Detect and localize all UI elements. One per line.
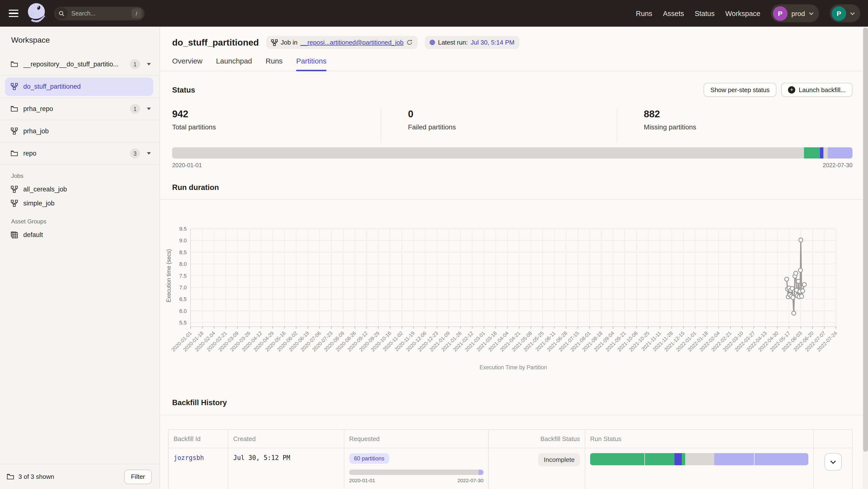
- stat-value: 0: [408, 108, 617, 120]
- page-header: do_stuff_partitioned Job in __reposi...a…: [160, 27, 868, 49]
- backfill-id-link[interactable]: jozrgsbh: [174, 454, 204, 461]
- show-per-step-status-button[interactable]: Show per-step status: [704, 83, 776, 97]
- dagster-logo-icon[interactable]: [26, 2, 48, 25]
- asset-group-icon: [11, 231, 18, 238]
- sidebar-item-default-group[interactable]: default: [0, 228, 159, 242]
- menu-button[interactable]: [9, 10, 19, 17]
- launch-backfill-button[interactable]: + Launch backfill...: [781, 83, 852, 97]
- stat-label: Failed partitions: [408, 123, 617, 131]
- svg-text:6.0: 6.0: [179, 308, 187, 314]
- run-status-dot: [430, 40, 435, 45]
- caret-down-icon[interactable]: [147, 107, 151, 110]
- column-header-actions: [813, 430, 852, 448]
- search-input[interactable]: Search... /: [54, 6, 145, 20]
- svg-text:6.5: 6.5: [179, 296, 187, 302]
- stat-label: Total partitions: [172, 123, 381, 131]
- tab-runs[interactable]: Runs: [266, 57, 283, 71]
- column-header-backfill-id: Backfill Id: [169, 430, 228, 448]
- asset-groups-section-title: Asset Groups: [0, 218, 159, 225]
- sidebar-item-label: all_cereals_job: [23, 186, 67, 193]
- latest-run-link[interactable]: Jul 30, 5:14 PM: [471, 39, 515, 46]
- page-scrollbar[interactable]: [863, 27, 868, 489]
- nav-link-assets[interactable]: Assets: [663, 9, 684, 17]
- tab-partitions[interactable]: Partitions: [296, 57, 327, 71]
- column-header-backfill-status: Backfill Status: [488, 430, 585, 448]
- job-icon: [11, 200, 18, 207]
- sidebar-item-all-cereals-job[interactable]: all_cereals_job: [0, 182, 159, 196]
- backfill-id-cell: jozrgsbh: [169, 448, 228, 489]
- sidebar-item-label: prha_repo: [23, 105, 53, 112]
- filter-button[interactable]: Filter: [124, 469, 152, 484]
- nav-link-workspace[interactable]: Workspace: [725, 9, 761, 17]
- backfill-status-badge: Incomplete: [538, 453, 580, 466]
- nav-link-status[interactable]: Status: [695, 9, 715, 17]
- user-menu[interactable]: P: [830, 4, 860, 22]
- stat-failed-partitions: 0 Failed partitions: [381, 108, 617, 142]
- stat-missing-partitions: 882 Missing partitions: [617, 108, 852, 142]
- requested-cell: 60 partitions 2020-01-01 2022-07-30: [344, 448, 488, 489]
- tab-overview[interactable]: Overview: [172, 57, 203, 71]
- sidebar-item-prha-repo[interactable]: prha_repo 1: [0, 98, 159, 120]
- job-icon: [11, 127, 18, 135]
- deployment-switcher[interactable]: P prod: [771, 4, 819, 22]
- run-status-bar: [590, 453, 808, 465]
- caret-down-icon[interactable]: [147, 63, 151, 65]
- search-placeholder: Search...: [71, 10, 131, 17]
- job-icon: [11, 186, 18, 193]
- backfill-table: Backfill Id Created Requested Backfill S…: [168, 429, 852, 489]
- backfill-history-header: Backfill History: [160, 374, 868, 415]
- svg-text:7.5: 7.5: [179, 273, 187, 279]
- plus-circle-icon: +: [788, 86, 795, 94]
- top-nav: Search... / Runs Assets Status Workspace…: [0, 0, 868, 27]
- deployment-avatar: P: [773, 6, 787, 21]
- sidebar-item-label: __repository__do_stuff_partitio...: [23, 61, 119, 68]
- sidebar-item-prha-job[interactable]: prha_job: [0, 120, 159, 142]
- tab-launchpad[interactable]: Launchpad: [216, 57, 252, 71]
- scrollbar-thumb[interactable]: [863, 28, 868, 452]
- partition-status-bar-wrap: 2020-01-01 2022-07-30: [160, 147, 868, 169]
- refresh-icon[interactable]: [406, 39, 413, 45]
- svg-text:8.0: 8.0: [179, 261, 187, 267]
- created-cell: Jul 30, 5:12 PM: [228, 448, 344, 489]
- count-badge: 1: [130, 104, 140, 114]
- run-duration-heading: Run duration: [172, 183, 856, 192]
- created-timestamp: Jul 30, 5:12 PM: [233, 454, 290, 461]
- run-status-cell: [585, 448, 813, 489]
- requested-partitions-badge[interactable]: 60 partitions: [349, 453, 389, 464]
- nav-link-runs[interactable]: Runs: [636, 9, 652, 17]
- job-location-badge: Job in __reposi...artitioned@partitioned…: [266, 36, 418, 49]
- svg-text:Execution time (secs): Execution time (secs): [165, 249, 172, 302]
- partition-range-end: 2022-07-30: [823, 162, 852, 169]
- workspace-sidebar: Workspace __repository__do_stuff_partiti…: [0, 27, 160, 489]
- caret-down-icon[interactable]: [147, 152, 151, 155]
- run-duration-header: Run duration: [160, 169, 868, 200]
- job-icon: [271, 39, 278, 46]
- sidebar-item-label: prha_job: [23, 127, 49, 135]
- chevron-down-icon: [830, 460, 836, 463]
- partition-status-bar[interactable]: [172, 147, 852, 159]
- repository-link[interactable]: __reposi...artitioned@partitioned_job: [301, 39, 403, 46]
- count-badge: 3: [130, 148, 140, 159]
- stat-total-partitions: 942 Total partitions: [172, 108, 381, 142]
- sidebar-item-simple-job[interactable]: simple_job: [0, 196, 159, 210]
- status-section-header: Status Show per-step status + Launch bac…: [160, 71, 868, 102]
- sidebar-title: Workspace: [0, 27, 159, 53]
- page-title: do_stuff_partitioned: [172, 37, 259, 48]
- svg-text:7.0: 7.0: [179, 285, 187, 291]
- dagster-app: Search... / Runs Assets Status Workspace…: [0, 0, 868, 489]
- backfill-history-heading: Backfill History: [172, 398, 856, 407]
- folder-icon: [7, 474, 14, 480]
- sidebar-item-label: simple_job: [23, 200, 55, 207]
- count-badge: 1: [130, 59, 140, 69]
- sidebar-item-repository-do-stuff[interactable]: __repository__do_stuff_partitio... 1: [0, 53, 159, 75]
- column-header-run-status: Run Status: [585, 430, 813, 448]
- expand-row-button[interactable]: [824, 453, 842, 470]
- folder-icon: [11, 61, 18, 67]
- deployment-label: prod: [792, 9, 805, 17]
- main-content: do_stuff_partitioned Job in __reposi...a…: [160, 27, 868, 489]
- run-duration-chart: 9.59.08.58.07.57.06.56.05.52020-01-01202…: [164, 223, 868, 374]
- requested-range-start: 2020-01-01: [349, 477, 375, 483]
- sidebar-item-do-stuff-partitioned[interactable]: do_stuff_partitioned: [0, 75, 159, 98]
- sidebar-item-repo[interactable]: repo 3: [0, 142, 159, 165]
- svg-text:5.5: 5.5: [179, 320, 187, 326]
